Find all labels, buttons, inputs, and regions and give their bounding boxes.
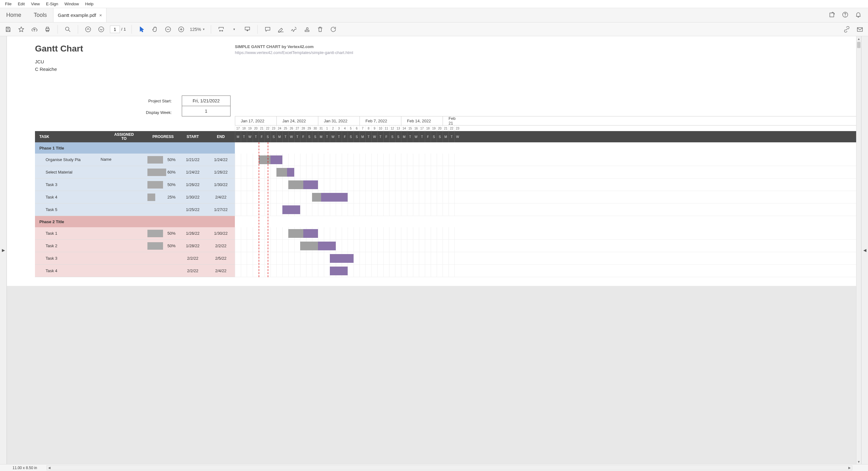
task-start: 1/24/22 — [179, 170, 207, 174]
pointer-icon[interactable] — [137, 25, 146, 34]
vertical-scrollbar[interactable]: ▲ ▼ — [856, 36, 861, 464]
col-task: TASK — [35, 135, 100, 139]
svg-rect-15 — [857, 28, 863, 31]
task-progress: 50% — [148, 242, 179, 250]
scroll-right-icon[interactable]: ▶ — [847, 466, 852, 470]
timeline-daynum: 27 — [294, 126, 300, 131]
timeline-dow: T — [336, 131, 342, 142]
save-icon[interactable] — [4, 25, 12, 34]
menu-file[interactable]: File — [2, 1, 14, 7]
stamp-icon[interactable] — [303, 25, 311, 34]
link-icon[interactable] — [842, 25, 851, 34]
star-icon[interactable] — [17, 25, 26, 34]
task-row: Task 150%1/26/221/30/22 — [35, 227, 235, 240]
fit-width-icon[interactable] — [217, 25, 225, 34]
task-progress — [148, 267, 179, 275]
mail-icon[interactable] — [856, 25, 864, 34]
scroll-down-icon[interactable]: ▼ — [857, 459, 861, 464]
page-input[interactable] — [110, 26, 120, 33]
timeline-week: Jan 31, 2022 — [318, 116, 360, 125]
timeline-dow: S — [306, 131, 312, 142]
notify-app-icon[interactable] — [829, 11, 836, 19]
timeline-daynum: 22 — [448, 126, 455, 131]
task-end: 2/4/22 — [207, 195, 235, 199]
timeline-daynum: 5 — [348, 126, 353, 131]
task-end: 1/27/22 — [207, 207, 235, 212]
trash-icon[interactable] — [316, 25, 324, 34]
timeline-dow: M — [276, 131, 282, 142]
fit-dropdown-icon[interactable]: ▼ — [230, 25, 239, 34]
search-icon[interactable] — [63, 25, 72, 34]
left-panel-toggle[interactable]: ▶ — [0, 36, 7, 464]
menubar: File Edit View E-Sign Window Help — [0, 0, 868, 8]
help-icon[interactable] — [842, 11, 849, 19]
print-icon[interactable] — [43, 25, 52, 34]
task-start: 2/2/22 — [179, 268, 207, 273]
task-name: Task 4 — [35, 195, 100, 199]
menu-help[interactable]: Help — [83, 1, 96, 7]
svg-rect-3 — [7, 27, 9, 28]
zoom-in-icon[interactable] — [177, 25, 186, 34]
timeline-daynum: 9 — [371, 126, 377, 131]
gantt-bar — [276, 168, 294, 177]
page-down-icon[interactable] — [97, 25, 105, 34]
col-start: START — [179, 135, 207, 139]
tab-document[interactable]: Gantt example.pdf × — [53, 8, 106, 22]
timeline-dow: S — [353, 131, 360, 142]
zoom-out-icon[interactable] — [164, 25, 173, 34]
timeline-daynum: 21 — [259, 126, 265, 131]
phase-header: Phase 1 Title — [35, 142, 235, 154]
cloud-upload-icon[interactable] — [30, 25, 39, 34]
timeline-daynum: 26 — [288, 126, 294, 131]
gantt-bar — [282, 205, 300, 214]
menu-esign[interactable]: E-Sign — [43, 1, 61, 7]
timeline-dow: S — [395, 131, 401, 142]
document-viewport[interactable]: Gantt Chart JCU C Reaiche SIMPLE GANTT C… — [7, 36, 861, 464]
timeline-dow: T — [366, 131, 371, 142]
comment-icon[interactable] — [263, 25, 272, 34]
page-up-icon[interactable] — [84, 25, 92, 34]
menu-view[interactable]: View — [28, 1, 42, 7]
gantt-bar — [300, 242, 336, 250]
task-name: Task 3 — [35, 256, 100, 261]
right-panel-toggle[interactable]: ◀ — [861, 36, 868, 464]
rotate-icon[interactable] — [329, 25, 338, 34]
svg-point-10 — [99, 27, 104, 32]
tab-tools[interactable]: Tools — [28, 8, 53, 22]
timeline-week: Feb 14, 2022 — [401, 116, 442, 125]
zoom-select[interactable]: 125% ▼ — [190, 27, 205, 32]
task-end: 1/24/22 — [207, 157, 235, 162]
scroll-thumb-top[interactable] — [857, 42, 861, 48]
horizontal-scrollbar[interactable]: ◀ ▶ — [46, 465, 852, 470]
task-name: Task 3 — [35, 182, 100, 187]
timeline-dow: W — [455, 131, 460, 142]
svg-rect-4 — [7, 30, 9, 32]
bell-icon[interactable] — [855, 11, 862, 19]
read-mode-icon[interactable] — [243, 25, 252, 34]
task-row: Task 425%1/30/222/4/22 — [35, 191, 235, 203]
timeline-daynum: 21 — [442, 126, 448, 131]
scroll-up-icon[interactable]: ▲ — [857, 36, 861, 41]
timeline-daynum: 29 — [306, 126, 312, 131]
tab-home[interactable]: Home — [0, 8, 28, 22]
timeline-dow: W — [371, 131, 377, 142]
task-start: 1/26/22 — [179, 182, 207, 187]
hand-icon[interactable] — [151, 25, 159, 34]
timeline-dow: M — [442, 131, 448, 142]
timeline-dow: S — [271, 131, 276, 142]
highlight-icon[interactable] — [276, 25, 285, 34]
task-row: Task 51/25/221/27/22 — [35, 203, 235, 216]
timeline-dow: F — [383, 131, 389, 142]
timeline-dow: W — [247, 131, 253, 142]
timeline-daynum: 6 — [353, 126, 360, 131]
sign-icon[interactable] — [289, 25, 298, 34]
gantt-bar — [330, 267, 348, 275]
scroll-left-icon[interactable]: ◀ — [47, 466, 52, 470]
menu-edit[interactable]: Edit — [15, 1, 27, 7]
timeline-daynum: 10 — [377, 126, 383, 131]
menu-window[interactable]: Window — [62, 1, 81, 7]
task-row: Organise Study PlaName50%1/21/221/24/22 — [35, 154, 235, 166]
timeline-dow: T — [282, 131, 288, 142]
gantt-bar — [288, 180, 318, 189]
close-tab-icon[interactable]: × — [99, 12, 102, 18]
